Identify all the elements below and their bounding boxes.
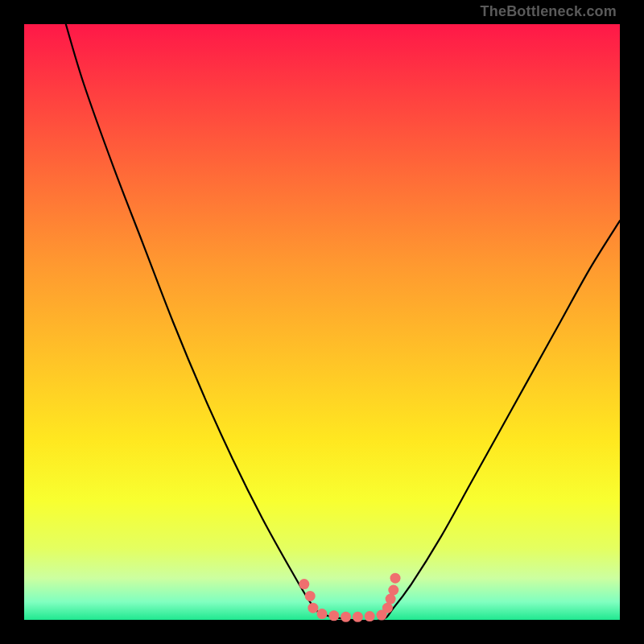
highlight-dot — [341, 612, 351, 622]
highlight-dot — [390, 573, 401, 584]
highlight-dot — [328, 610, 339, 621]
highlight-dot — [388, 585, 398, 596]
highlight-dot — [386, 594, 396, 605]
highlight-dot — [382, 603, 393, 613]
highlight-dot — [365, 611, 375, 621]
highlight-dot — [299, 579, 309, 589]
watermark-text: TheBottleneck.com — [481, 3, 617, 20]
highlight-dots-group — [299, 573, 400, 622]
highlight-dot — [353, 612, 363, 622]
highlight-dot — [308, 603, 318, 613]
highlight-dot — [317, 609, 328, 619]
outer-frame: TheBottleneck.com — [0, 0, 644, 644]
plot-area — [24, 24, 620, 620]
highlight-dot — [305, 591, 316, 601]
chart-svg — [24, 24, 620, 620]
bottleneck-curve-path — [66, 24, 620, 621]
